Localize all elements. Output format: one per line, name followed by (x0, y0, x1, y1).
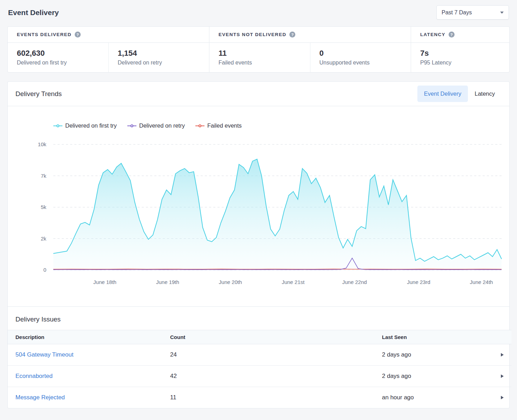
issue-count: 11 (162, 387, 374, 408)
legend-item-retry[interactable]: Delivered on retry (127, 122, 185, 129)
chevron-right-icon[interactable] (501, 396, 504, 399)
stat-cells: 602,630 Delivered on first try 1,154 Del… (8, 43, 209, 72)
stats-section-latency: LATENCY ? 7s P95 Latency (411, 27, 509, 72)
section-title: EVENTS NOT DELIVERED (219, 32, 286, 37)
stat-failed-events: 11 Failed events (209, 43, 310, 72)
stat-delivered-first-try: 602,630 Delivered on first try (8, 43, 108, 72)
stat-delivered-retry: 1,154 Delivered on retry (108, 43, 209, 72)
issue-link[interactable]: Econnaborted (15, 373, 53, 379)
svg-text:June 24th: June 24th (470, 279, 493, 285)
column-header-count: Count (162, 330, 374, 344)
column-header-last-seen: Last Seen (374, 330, 490, 344)
svg-text:June 21st: June 21st (282, 279, 305, 285)
help-icon[interactable]: ? (449, 32, 455, 38)
table-row[interactable]: 504 Gateway Timeout 24 2 days ago (8, 344, 511, 366)
delivery-trends-chart: 02k5k7k10kJune 18thJune 19thJune 20thJun… (8, 133, 511, 297)
legend-item-failed[interactable]: Failed events (195, 122, 242, 129)
stats-section-header: EVENTS NOT DELIVERED ? (209, 27, 411, 43)
column-header-description: Description (8, 330, 162, 344)
svg-text:2k: 2k (41, 236, 46, 242)
svg-text:June 19th: June 19th (156, 279, 179, 285)
date-range-dropdown[interactable]: Past 7 Days (436, 5, 509, 20)
chevron-right-icon[interactable] (501, 374, 504, 378)
help-icon[interactable]: ? (75, 32, 81, 38)
stats-section-header: LATENCY ? (411, 27, 509, 43)
legend-line-dot-icon (195, 124, 204, 128)
stat-value: 1,154 (118, 49, 200, 58)
svg-text:10k: 10k (38, 141, 47, 147)
svg-text:0: 0 (43, 267, 46, 273)
stat-label: Failed events (219, 60, 301, 66)
stat-value: 7s (420, 49, 500, 58)
column-header-actions (490, 330, 511, 344)
section-title: LATENCY (420, 32, 445, 37)
issue-link[interactable]: 504 Gateway Timeout (15, 351, 73, 358)
delivery-issues-title: Delivery Issues (8, 307, 509, 330)
table-row[interactable]: Econnaborted 42 2 days ago (8, 366, 511, 387)
chevron-right-icon[interactable] (501, 353, 504, 357)
issue-count: 42 (162, 366, 374, 387)
chart-area: Delivered on first try Delivered on retr… (8, 106, 509, 306)
delivery-issues-table: Description Count Last Seen 504 Gateway … (8, 330, 511, 408)
stats-section-events-delivered: EVENTS DELIVERED ? 602,630 Delivered on … (8, 27, 209, 72)
chart-legend: Delivered on first try Delivered on retr… (53, 122, 509, 129)
stats-section-header: EVENTS DELIVERED ? (8, 27, 209, 43)
issue-last-seen: 2 days ago (374, 344, 490, 366)
legend-label: Delivered on retry (139, 122, 185, 129)
issue-last-seen: an hour ago (374, 387, 490, 408)
event-delivery-page: Event Delivery Past 7 Days EVENTS DELIVE… (0, 0, 517, 408)
summary-stats-card: EVENTS DELIVERED ? 602,630 Delivered on … (7, 26, 510, 73)
help-icon[interactable]: ? (289, 32, 295, 38)
page-title: Event Delivery (8, 8, 59, 17)
tab-event-delivery[interactable]: Event Delivery (417, 86, 468, 102)
stat-value: 0 (320, 49, 402, 58)
date-range-value: Past 7 Days (442, 9, 472, 16)
stats-section-events-not-delivered: EVENTS NOT DELIVERED ? 11 Failed events … (209, 27, 411, 72)
svg-text:June 20th: June 20th (219, 279, 242, 285)
stat-unsupported-events: 0 Unsupported events (310, 43, 411, 72)
table-row[interactable]: Message Rejected 11 an hour ago (8, 387, 511, 408)
svg-text:7k: 7k (41, 173, 46, 179)
stat-cells: 11 Failed events 0 Unsupported events (209, 43, 411, 72)
svg-text:June 23rd: June 23rd (407, 279, 430, 285)
delivery-trends-header: Delivery Trends Event Delivery Latency (8, 82, 509, 106)
delivery-trends-card: Delivery Trends Event Delivery Latency D… (7, 81, 510, 408)
topbar: Event Delivery Past 7 Days (7, 0, 510, 26)
delivery-issues-section: Delivery Issues Description Count Last S… (8, 306, 509, 408)
stat-label: Unsupported events (320, 60, 402, 66)
svg-text:5k: 5k (41, 204, 46, 210)
legend-item-first-try[interactable]: Delivered on first try (53, 122, 117, 129)
legend-label: Failed events (207, 122, 242, 129)
stat-label: P95 Latency (420, 60, 500, 66)
stat-label: Delivered on retry (118, 60, 200, 66)
stat-p95-latency: 7s P95 Latency (411, 43, 509, 72)
svg-text:June 18th: June 18th (93, 279, 116, 285)
stat-value: 11 (219, 49, 301, 58)
chevron-down-icon (500, 12, 504, 14)
legend-line-dot-icon (127, 124, 136, 128)
tab-latency[interactable]: Latency (468, 86, 502, 102)
svg-text:June 22nd: June 22nd (342, 279, 367, 285)
issue-last-seen: 2 days ago (374, 366, 490, 387)
legend-label: Delivered on first try (65, 122, 117, 129)
stat-value: 602,630 (17, 49, 99, 58)
issue-count: 24 (162, 344, 374, 366)
table-header-row: Description Count Last Seen (8, 330, 511, 344)
stat-cells: 7s P95 Latency (411, 43, 509, 72)
issue-link[interactable]: Message Rejected (15, 394, 65, 401)
stat-label: Delivered on first try (17, 60, 99, 66)
delivery-trends-title: Delivery Trends (15, 90, 62, 98)
section-title: EVENTS DELIVERED (17, 32, 72, 37)
legend-line-dot-icon (53, 124, 62, 128)
trends-tabs: Event Delivery Latency (417, 86, 502, 102)
